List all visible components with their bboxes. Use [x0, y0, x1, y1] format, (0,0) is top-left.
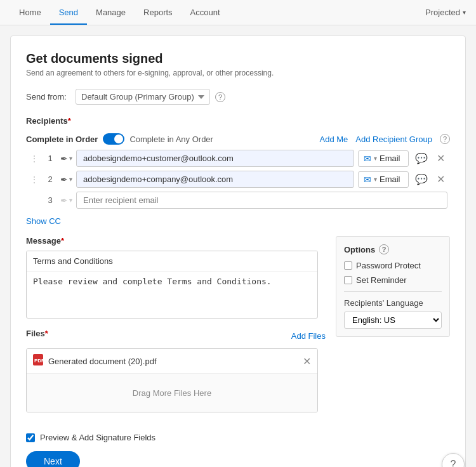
complete-in-order-toggle[interactable] [103, 133, 124, 145]
password-protect-label: Password Protect [356, 261, 421, 270]
svg-text:PDF: PDF [34, 358, 43, 364]
message-subject-input[interactable] [27, 251, 317, 272]
order-controls: Complete in Order Complete in Any Order [26, 133, 213, 145]
recipient-row-3: ⋮ 3 ✒ ▾ [26, 192, 450, 209]
set-reminder-checkbox[interactable] [344, 276, 352, 284]
drag-handle-1[interactable]: ⋮ [29, 154, 40, 164]
recipient-email-input-3[interactable] [76, 192, 447, 209]
bottom-section: Preview & Add Signature Fields Next [26, 433, 450, 467]
nav-home[interactable]: Home [10, 1, 50, 25]
nav-account[interactable]: Account [182, 1, 229, 25]
projected-menu[interactable]: Projected ▾ [425, 8, 466, 17]
pdf-icon: PDF [33, 354, 43, 368]
send-from-label: Send from: [26, 92, 70, 102]
files-label: Files* [26, 329, 48, 338]
pen-icon-1: ✒ [60, 154, 68, 164]
message-section: Message* Please review and complete Term… [26, 236, 326, 319]
recipients-header-left: Recipients* [26, 116, 71, 131]
file-remove-btn-1[interactable]: ✕ [303, 355, 311, 367]
file-name-label: Generated document (20).pdf [48, 357, 298, 366]
send-from-select[interactable]: Default Group (Primary Group) [76, 89, 210, 105]
send-from-row: Send from: Default Group (Primary Group)… [26, 89, 450, 105]
nav-send[interactable]: Send [50, 1, 87, 25]
password-protect-row: Password Protect [344, 261, 442, 270]
options-divider [344, 291, 442, 292]
add-me-button[interactable]: Add Me [320, 135, 348, 144]
drag-files-zone[interactable]: Drag More Files Here [27, 374, 317, 412]
password-protect-checkbox[interactable] [344, 261, 352, 270]
set-reminder-row: Set Reminder [344, 275, 442, 285]
file-item-1: PDF Generated document (20).pdf ✕ [27, 349, 317, 374]
options-help-icon[interactable]: ? [379, 244, 389, 254]
add-recipient-group-button[interactable]: Add Recipient Group [355, 135, 432, 144]
recipient-num-1: 1 [44, 154, 56, 163]
files-header: Files* Add Files [26, 329, 326, 343]
next-button[interactable]: Next [26, 451, 80, 467]
recipient-icon-1[interactable]: ✒ ▾ [60, 154, 72, 164]
recipient-num-2: 2 [44, 174, 56, 184]
email-type-btn-1[interactable]: ✉ ▾ Email [358, 150, 409, 167]
recipient-num-3: 3 [44, 195, 56, 205]
comment-icon-2[interactable]: 💬 [413, 172, 430, 187]
language-select[interactable]: English: US English: UK French German Sp… [344, 312, 442, 329]
dropdown-arrow-icon-1: ▾ [69, 155, 72, 162]
nav-items: Home Send Manage Reports Account [10, 1, 425, 24]
pen-icon-3: ✒ [60, 195, 68, 206]
recipients-actions: Add Me Add Recipient Group ? [320, 134, 451, 144]
files-section: Files* Add Files PDF Gene [26, 329, 326, 412]
projected-chevron: ▾ [463, 9, 466, 16]
recipients-help-icon[interactable]: ? [440, 134, 450, 144]
recipients-order-row: Complete in Order Complete in Any Order … [26, 133, 450, 145]
recipients-label: Recipients* [26, 116, 71, 126]
options-header: Options ? [344, 244, 442, 254]
complete-any-order-label: Complete in Any Order [129, 135, 213, 144]
email-icon-2: ✉ [364, 174, 371, 185]
add-files-button[interactable]: Add Files [291, 331, 326, 341]
dropdown-arrow-icon-3: ▾ [69, 197, 72, 204]
preview-checkbox[interactable] [26, 433, 35, 442]
email-icon-1: ✉ [364, 154, 371, 164]
nav-reports[interactable]: Reports [135, 1, 182, 25]
complete-in-order-label: Complete in Order [26, 135, 98, 144]
page-title: Get documents signed [26, 51, 450, 66]
message-box: Please review and complete Terms and Con… [26, 251, 318, 319]
pen-icon-2: ✒ [60, 174, 68, 185]
recipient-email-input-2[interactable] [76, 171, 354, 188]
options-box: Options ? Password Protect Set Reminder … [336, 236, 450, 337]
recipient-icon-3[interactable]: ✒ ▾ [60, 195, 72, 206]
help-circle-icon: ? [451, 459, 456, 467]
nav-manage[interactable]: Manage [87, 1, 135, 25]
dropdown-arrow-icon-2: ▾ [69, 176, 72, 183]
show-cc-link[interactable]: Show CC [26, 216, 61, 226]
remove-icon-1[interactable]: ✕ [434, 151, 447, 166]
form-columns: Message* Please review and complete Term… [26, 236, 450, 423]
page-subtitle: Send an agreement to others for e-signin… [26, 69, 450, 77]
message-body-input[interactable]: Please review and complete Terms and Con… [27, 272, 317, 316]
form-col-left: Message* Please review and complete Term… [26, 236, 326, 423]
dropdown-arrow-email-1: ▾ [374, 155, 377, 162]
projected-label: Projected [425, 8, 460, 17]
files-box: PDF Generated document (20).pdf ✕ Drag M… [26, 348, 318, 412]
recipient-row-1: ⋮ 1 ✒ ▾ ✉ ▾ Email 💬 ✕ [26, 150, 450, 167]
preview-row: Preview & Add Signature Fields [26, 433, 450, 442]
recipient-icon-2[interactable]: ✒ ▾ [60, 174, 72, 185]
main-content: Get documents signed Send an agreement t… [10, 36, 466, 467]
email-type-label-2: Email [380, 174, 400, 184]
comment-icon-1[interactable]: 💬 [413, 151, 430, 166]
navbar: Home Send Manage Reports Account Project… [0, 0, 476, 25]
set-reminder-label: Set Reminder [356, 275, 406, 285]
language-label: Recipients' Language [344, 298, 442, 308]
recipient-row-2: ⋮ 2 ✒ ▾ ✉ ▾ Email 💬 ✕ [26, 171, 450, 188]
email-type-btn-2[interactable]: ✉ ▾ Email [358, 171, 409, 188]
email-type-label-1: Email [380, 154, 400, 163]
drag-handle-2[interactable]: ⋮ [29, 174, 40, 185]
remove-icon-2[interactable]: ✕ [434, 172, 447, 187]
recipient-email-input-1[interactable] [76, 150, 354, 167]
dropdown-arrow-email-2: ▾ [374, 176, 377, 183]
recipients-header: Recipients* [26, 116, 450, 131]
options-panel: Options ? Password Protect Set Reminder … [336, 236, 450, 423]
options-title: Options [344, 245, 375, 254]
preview-label: Preview & Add Signature Fields [40, 433, 155, 442]
drag-files-label: Drag More Files Here [133, 388, 211, 398]
send-from-help-icon[interactable]: ? [215, 92, 225, 102]
